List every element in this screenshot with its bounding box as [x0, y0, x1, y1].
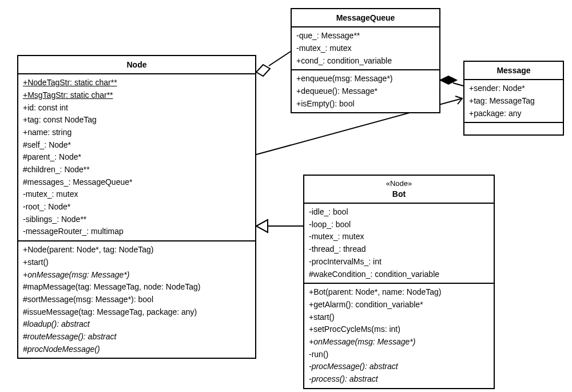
member-row: +cond_: condition_variable	[296, 55, 435, 68]
member-row: #mapMessage(tag: MessageTag, node: NodeT…	[23, 281, 251, 294]
member-row: -root_: Node*	[23, 201, 251, 213]
member-row: +dequeue(): Message*	[296, 85, 435, 98]
svg-marker-3	[440, 76, 456, 84]
member-row: +MsgTagStr: static char**	[23, 89, 251, 102]
member-row: +Node(parent: Node*, tag: NodeTag)	[23, 244, 251, 256]
member-row: +id: const int	[23, 102, 251, 114]
class-bot-title: «Node» Bot	[304, 176, 494, 204]
member-row: -run()	[309, 349, 489, 361]
class-bot-stereotype: «Node»	[309, 179, 489, 189]
member-row: +onMessage(msg: Message*)	[309, 336, 489, 349]
member-row: #sortMessage(msg: Message*): bool	[23, 294, 251, 306]
class-node: Node +NodeTagStr: static char**+MsgTagSt…	[17, 55, 256, 359]
class-msg-title: Message	[464, 62, 563, 80]
svg-line-0	[269, 52, 291, 66]
member-row: -que_: Message**	[296, 30, 435, 42]
svg-marker-1	[256, 65, 270, 76]
class-msg-operations	[464, 123, 563, 134]
member-row: +isEmpty(): bool	[296, 98, 435, 110]
class-bot-attributes: -idle_: bool-loop_: bool-mutex_: mutex-t…	[304, 204, 494, 284]
class-bot-operations: +Bot(parent: Node*, name: NodeTag)+getAl…	[304, 284, 494, 388]
member-row: #messages_: MessageQueue*	[23, 176, 251, 189]
class-message-queue: MessageQueue -que_: Message**-mutex_: mu…	[291, 8, 440, 113]
member-row: +Bot(parent: Node*, name: NodeTag)	[309, 286, 489, 299]
member-row: +package: any	[469, 108, 558, 120]
member-row: +name: string	[23, 126, 251, 139]
member-row: -idle_: bool	[309, 206, 489, 219]
class-node-operations: +Node(parent: Node*, tag: NodeTag)+start…	[18, 241, 255, 358]
member-row: #self_: Node*	[23, 139, 251, 152]
class-bot: «Node» Bot -idle_: bool-loop_: bool-mute…	[303, 175, 495, 389]
class-mq-attributes: -que_: Message**-mutex_: mutex+cond_: co…	[292, 27, 439, 70]
svg-line-2	[453, 83, 463, 86]
member-row: -siblings_: Node**	[23, 213, 251, 226]
member-row: #routeMessage(): abstract	[23, 331, 251, 343]
member-row: #children_: Node**	[23, 164, 251, 176]
member-row: -procIntervalMs_: int	[309, 256, 489, 268]
class-mq-operations: +enqueue(msg: Message*)+dequeue(): Messa…	[292, 70, 439, 112]
member-row: +tag: MessageTag	[469, 95, 558, 108]
class-bot-name: Bot	[392, 189, 406, 199]
member-row: +start()	[23, 256, 251, 269]
member-row: +onMessage(msg: Message*)	[23, 269, 251, 282]
member-row: -mutex_: mutex	[23, 188, 251, 201]
class-node-title: Node	[18, 56, 255, 74]
member-row: #procNodeMessage()	[23, 343, 251, 356]
member-row: #issueMessage(tag: MessageTag, package: …	[23, 306, 251, 319]
member-row: -process(): abstract	[309, 373, 489, 386]
member-row: #parent_: Node*	[23, 151, 251, 164]
member-row: -messageRouter_: multimap	[23, 225, 251, 238]
member-row: +tag: const NodeTag	[23, 114, 251, 126]
member-row: +enqueue(msg: Message*)	[296, 73, 435, 85]
member-row: +setProcCycleMs(ms: int)	[309, 323, 489, 336]
member-row: -mutex_: mutex	[296, 42, 435, 55]
member-row: +NodeTagStr: static char**	[23, 77, 251, 89]
member-row: -loop_: bool	[309, 219, 489, 231]
member-row: -mutex_: mutex	[309, 231, 489, 243]
class-message: Message +sender: Node*+tag: MessageTag+p…	[463, 61, 564, 136]
svg-marker-6	[256, 220, 268, 232]
member-row: -procMessage(): abstract	[309, 361, 489, 373]
class-mq-title: MessageQueue	[292, 9, 439, 27]
class-node-attributes: +NodeTagStr: static char**+MsgTagStr: st…	[18, 74, 255, 241]
member-row: +sender: Node*	[469, 82, 558, 95]
member-row: +start()	[309, 311, 489, 324]
member-row: -thread_: thread	[309, 243, 489, 256]
class-msg-attributes: +sender: Node*+tag: MessageTag+package: …	[464, 80, 563, 123]
member-row: +getAlarm(): condition_variable*	[309, 299, 489, 311]
member-row: #wakeCondition_: condition_variable	[309, 268, 489, 281]
member-row: #loadup(): abstract	[23, 318, 251, 331]
